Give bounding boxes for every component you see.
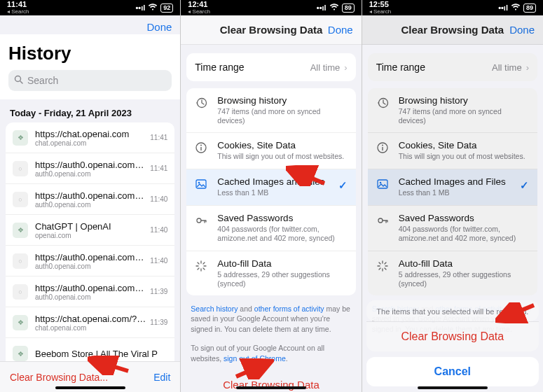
svg-rect-7 [196,180,206,188]
status-back-search[interactable]: ◂ Search [369,9,392,15]
time-range-row[interactable]: Time range All time› [368,53,537,81]
header-bar: Done [0,15,180,34]
screen-confirm-sheet: 12:55 ◂ Search ••ıl 89 Clear Browsing Da… [362,0,543,392]
clear-browsing-data-link[interactable]: Clear Browsing Data... [10,372,108,383]
image-icon [376,178,390,193]
history-row[interactable]: ❖ https://chat.openai.com/?__cf...chat.o… [6,307,174,338]
done-button[interactable]: Done [146,21,172,33]
history-row[interactable]: ❖ https://chat.openai.comchat.openai.com… [6,122,174,153]
svg-line-17 [203,262,205,264]
home-indicator[interactable] [236,386,306,389]
home-indicator[interactable] [55,386,125,389]
edit-button[interactable]: Edit [153,372,170,383]
svg-line-16 [198,268,199,270]
history-list: ❖ https://chat.openai.comchat.openai.com… [6,122,174,369]
action-sheet: The items that you selected will be remo… [366,300,539,386]
clear-options-list: Browsing history747 items (and more on s… [368,88,537,295]
done-button[interactable]: Done [328,24,353,36]
status-back-search[interactable]: ◂ Search [7,9,29,15]
other-activity-link[interactable]: other forms of activity [254,304,324,313]
page-title: Clear Browsing Data [220,24,323,36]
svg-point-26 [378,218,383,223]
svg-point-8 [198,182,200,184]
time-range-value: All time [310,62,341,73]
wifi-icon [511,4,521,12]
svg-line-34 [385,262,386,264]
done-button[interactable]: Done [509,24,535,36]
action-sheet-message: The items that you selected will be remo… [366,300,539,321]
option-browsing-history[interactable]: Browsing history747 items (and more on s… [368,88,537,133]
favicon-icon: ○ [13,284,28,300]
header-bar: Clear Browsing Data Done [181,15,361,45]
footer-note-1: Search history and other forms of activi… [181,295,361,335]
status-back-search[interactable]: ◂ Search [188,9,210,15]
screen-clear-data: 12:41 ◂ Search ••ıl 89 Clear Browsing Da… [181,0,362,392]
svg-line-15 [203,268,205,270]
check-icon: ✓ [520,179,529,192]
wifi-icon [329,4,339,12]
svg-line-1 [20,81,22,83]
history-row[interactable]: ○ https://auth0.openai.com/auth/l...auth… [6,276,174,307]
favicon-icon: ❖ [13,346,28,361]
clear-options-list: Browsing history747 items (and more on s… [186,88,355,295]
svg-line-32 [385,268,386,270]
wifi-icon [148,4,158,12]
history-row[interactable]: ○ https://auth0.openai.com/u/lo...auth0.… [6,246,174,276]
history-icon [195,97,209,112]
history-icon [376,97,390,112]
time-range-row[interactable]: Time range All time› [186,53,355,81]
signal-icon: ••ıl [317,4,327,12]
check-icon: ✓ [338,179,348,192]
history-row[interactable]: ○ https://auth0.openai.com/u/lo...auth0.… [6,184,174,215]
svg-line-14 [198,262,199,264]
screen-history: 11:41 ◂ Search ••ıl 92 Done History Sear… [0,0,181,392]
history-row[interactable]: ❖ ChatGPT | OpenAIopenai.com 11:40 [6,215,174,246]
page-title: History [8,43,172,64]
signal-icon: ••ıl [135,4,145,12]
option-saved-passwords[interactable]: Saved Passwords404 passwords (for twitte… [368,206,537,251]
option-autofill[interactable]: Auto-fill Data5 addresses, 29 other sugg… [186,251,355,295]
status-time: 12:41 [188,1,210,8]
option-cookies[interactable]: Cookies, Site DataThis will sign you out… [186,133,355,169]
svg-rect-24 [378,180,387,188]
option-browsing-history[interactable]: Browsing history747 items (and more on s… [186,88,355,133]
history-row[interactable]: ○ https://auth0.openai.com/u/lo...auth0.… [6,153,174,184]
option-saved-passwords[interactable]: Saved Passwords404 passwords (for twitte… [186,206,355,251]
search-icon [14,75,23,86]
header-bar: Clear Browsing Data Done [362,15,543,45]
svg-point-25 [379,182,381,184]
info-icon [376,141,390,157]
status-bar: 12:55 ◂ Search ••ıl 89 [362,0,543,15]
home-indicator[interactable] [418,386,488,389]
favicon-icon: ❖ [13,223,28,238]
option-cached-images[interactable]: Cached Images and FilesLess than 1 MB ✓ [186,169,355,206]
svg-rect-6 [201,147,202,150]
battery-level: 89 [342,4,355,13]
search-history-link[interactable]: Search history [191,304,238,313]
search-input[interactable]: Search [8,70,172,91]
autofill-icon [376,260,390,275]
action-sheet-cancel-button[interactable]: Cancel [366,357,539,386]
status-bar: 11:41 ◂ Search ••ıl 92 [0,0,180,15]
status-bar: 12:41 ◂ Search ••ıl 89 [181,0,361,15]
option-autofill[interactable]: Auto-fill Data5 addresses, 29 other sugg… [368,251,537,295]
search-placeholder: Search [27,75,58,86]
svg-point-9 [197,218,201,223]
status-time: 11:41 [7,1,29,8]
svg-rect-23 [382,147,383,150]
option-cached-images[interactable]: Cached Images and FilesLess than 1 MB✓ [368,169,537,206]
svg-point-22 [382,145,383,146]
sign-out-chrome-link[interactable]: sign out of Chrome [224,354,286,363]
autofill-icon [195,260,209,275]
date-header: Today - Friday, 21 April 2023 [0,99,180,122]
status-time: 12:55 [369,1,392,8]
chevron-right-icon: › [526,62,529,73]
key-icon [195,214,209,230]
favicon-icon: ○ [13,161,28,176]
favicon-icon: ❖ [13,315,28,330]
svg-point-0 [15,76,21,82]
key-icon [376,214,390,230]
page-title: Clear Browsing Data [401,24,504,36]
action-sheet-clear-button[interactable]: Clear Browsing Data [366,321,539,351]
option-cookies[interactable]: Cookies, Site DataThis will sign you out… [368,133,537,169]
